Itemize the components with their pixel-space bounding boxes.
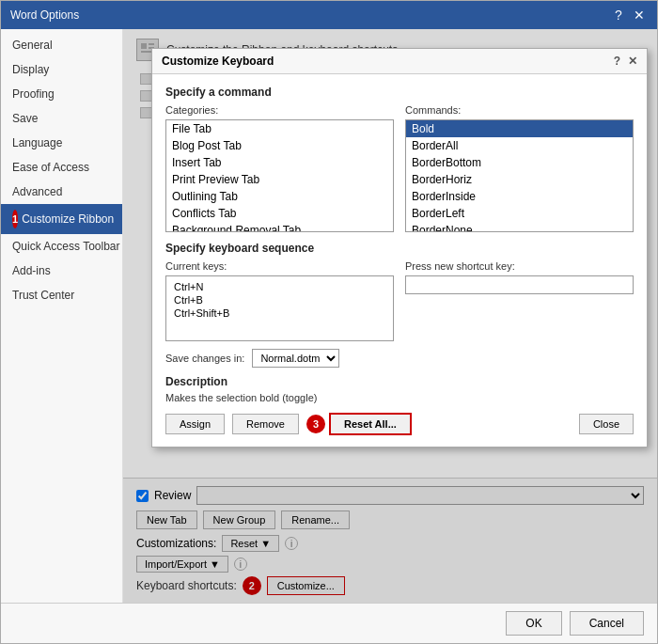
command-border-all[interactable]: BorderAll: [406, 137, 633, 154]
close-button[interactable]: ✕: [631, 7, 648, 24]
dialog-title-bar: Customize Keyboard ? ✕: [152, 49, 647, 74]
word-options-footer: OK Cancel: [1, 603, 657, 643]
sidebar-item-save[interactable]: Save: [1, 106, 122, 131]
reset-all-button[interactable]: Reset All...: [329, 413, 412, 435]
category-background-removal-tab[interactable]: Background Removal Tab: [166, 222, 393, 232]
shortcut-row: Current keys: Ctrl+N Ctrl+B Ctrl+Shift+B…: [165, 260, 634, 341]
sidebar-item-quick-access-toolbar[interactable]: Quick Access Toolbar: [1, 234, 122, 259]
dialog-body: Specify a command Categories: File Tab B…: [152, 74, 647, 447]
command-border-none[interactable]: BorderNone: [406, 222, 633, 232]
title-bar-buttons: ? ✕: [610, 7, 648, 24]
press-shortcut-label: Press new shortcut key:: [405, 260, 634, 272]
command-bold[interactable]: Bold: [406, 120, 633, 137]
title-bar-text: Word Options: [10, 8, 79, 22]
category-file-tab[interactable]: File Tab: [166, 120, 393, 137]
dialog-help-icon[interactable]: ?: [614, 55, 620, 68]
specify-command-label: Specify a command: [165, 86, 634, 99]
title-bar: Word Options ? ✕: [1, 1, 657, 29]
press-shortcut-input[interactable]: [405, 275, 634, 294]
current-key-1: Ctrl+N: [170, 280, 389, 293]
save-changes-label: Save changes in:: [165, 353, 244, 364]
sidebar-item-general[interactable]: General: [1, 33, 122, 57]
command-border-left[interactable]: BorderLeft: [406, 205, 633, 222]
remove-button[interactable]: Remove: [232, 414, 299, 434]
current-key-2: Ctrl+B: [170, 293, 389, 306]
current-keys-box: Ctrl+N Ctrl+B Ctrl+Shift+B: [165, 275, 394, 341]
categories-label: Categories:: [165, 104, 394, 116]
current-keys-label: Current keys:: [165, 260, 394, 272]
commands-label: Commands:: [405, 104, 634, 116]
sidebar-item-trust-center[interactable]: Trust Center: [1, 283, 122, 307]
dialog-button-row: Assign Remove 3 Reset All... Close: [165, 413, 634, 435]
command-border-inside[interactable]: BorderInside: [406, 188, 633, 205]
save-changes-select[interactable]: Normal.dotm: [252, 349, 339, 368]
dialog-title-text: Customize Keyboard: [162, 55, 274, 68]
sidebar: General Display Proofing Save Language E…: [1, 29, 123, 603]
sidebar-item-add-ins[interactable]: Add-ins: [1, 259, 122, 283]
close-dialog-button[interactable]: Close: [579, 414, 634, 434]
press-shortcut-col: Press new shortcut key:: [405, 260, 634, 341]
category-conflicts-tab[interactable]: Conflicts Tab: [166, 205, 393, 222]
current-key-3: Ctrl+Shift+B: [170, 306, 389, 320]
category-outlining-tab[interactable]: Outlining Tab: [166, 188, 393, 205]
categories-listbox[interactable]: File Tab Blog Post Tab Insert Tab Print …: [165, 119, 394, 232]
badge-1: 1: [12, 210, 18, 228]
sidebar-item-language[interactable]: Language: [1, 131, 122, 155]
commands-listbox[interactable]: Bold BorderAll BorderBottom BorderHoriz …: [405, 119, 634, 232]
help-button[interactable]: ?: [610, 7, 627, 24]
command-border-horiz[interactable]: BorderHoriz: [406, 171, 633, 188]
sidebar-item-ease-of-access[interactable]: Ease of Access: [1, 155, 122, 180]
word-options-window: Word Options ? ✕ General Display Proofin…: [0, 0, 658, 644]
sidebar-item-advanced[interactable]: Advanced: [1, 180, 122, 204]
command-columns: Categories: File Tab Blog Post Tab Inser…: [165, 104, 634, 232]
command-border-bottom[interactable]: BorderBottom: [406, 154, 633, 171]
category-print-preview-tab[interactable]: Print Preview Tab: [166, 171, 393, 188]
dialog-close-icon[interactable]: ✕: [628, 55, 637, 68]
sidebar-item-proofing[interactable]: Proofing: [1, 82, 122, 106]
description-text: Makes the selection bold (toggle): [165, 392, 634, 403]
commands-col: Commands: Bold BorderAll BorderBottom Bo…: [405, 104, 634, 232]
sidebar-item-customize-ribbon[interactable]: 1 Customize Ribbon: [1, 204, 122, 234]
badge-3: 3: [306, 415, 325, 433]
sidebar-item-display[interactable]: Display: [1, 57, 122, 82]
categories-col: Categories: File Tab Blog Post Tab Inser…: [165, 104, 394, 232]
assign-button[interactable]: Assign: [165, 414, 225, 434]
dialog-title-right: ? ✕: [614, 55, 637, 68]
ok-button[interactable]: OK: [506, 611, 561, 636]
specify-keyboard-label: Specify keyboard sequence: [165, 242, 634, 255]
category-insert-tab[interactable]: Insert Tab: [166, 154, 393, 171]
current-keys-col: Current keys: Ctrl+N Ctrl+B Ctrl+Shift+B: [165, 260, 394, 341]
save-row: Save changes in: Normal.dotm: [165, 349, 634, 368]
main-content: General Display Proofing Save Language E…: [1, 29, 657, 603]
category-blog-post-tab[interactable]: Blog Post Tab: [166, 137, 393, 154]
customize-keyboard-dialog: Customize Keyboard ? ✕ Specify a command…: [151, 48, 648, 448]
description-label: Description: [165, 375, 634, 388]
cancel-button[interactable]: Cancel: [570, 611, 644, 636]
right-panel: Customize the Ribbon and keyboard shortc…: [123, 29, 657, 603]
